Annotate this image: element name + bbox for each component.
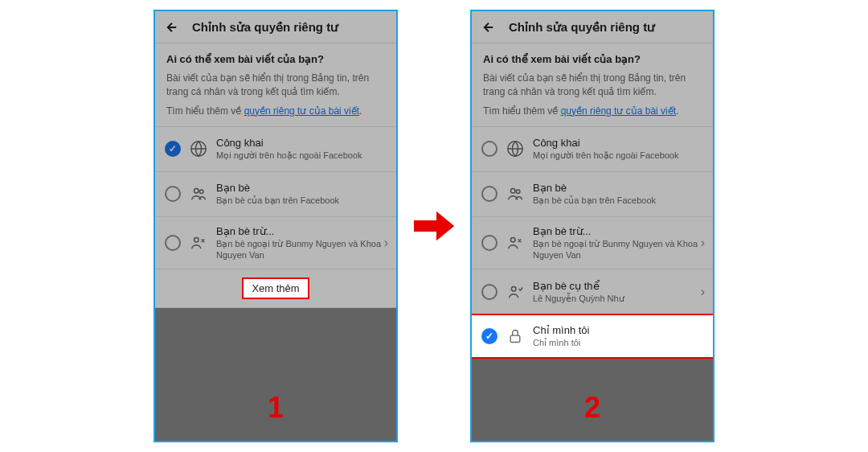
- option-title: Bạn bè: [533, 182, 703, 194]
- option-friends[interactable]: Bạn bè Bạn bè của bạn trên Facebook: [472, 171, 713, 216]
- option-sub: Mọi người trên hoặc ngoài Facebook: [533, 150, 703, 161]
- question-title: Ai có thể xem bài viết của bạn?: [166, 53, 385, 65]
- step-number: 1: [268, 391, 284, 425]
- learn-more: Tìm hiểu thêm về quyền riêng tư của bài …: [166, 105, 385, 117]
- svg-point-3: [194, 237, 199, 242]
- option-title: Công khai: [216, 137, 387, 149]
- option-sub: Bạn bè ngoại trừ Bunmy Nguyen và Khoa Ng…: [533, 238, 703, 261]
- option-specific-friends[interactable]: Bạn bè cụ thể Lê Nguyễn Quỳnh Như ›: [472, 269, 713, 314]
- option-friends-except[interactable]: Bạn bè trừ... Bạn bè ngoại trừ Bunmy Ngu…: [472, 216, 713, 269]
- svg-point-8: [511, 286, 516, 291]
- svg-point-2: [199, 190, 203, 194]
- svg-point-7: [511, 237, 516, 242]
- option-title: Bạn bè cụ thể: [533, 280, 703, 292]
- question-desc: Bài viết của bạn sẽ hiển thị trong Bảng …: [166, 72, 385, 99]
- option-sub: Lê Nguyễn Quỳnh Như: [533, 293, 703, 304]
- back-icon[interactable]: [165, 20, 179, 35]
- question-desc: Bài viết của bạn sẽ hiển thị trong Bảng …: [483, 72, 702, 99]
- radio-icon: [165, 186, 181, 202]
- radio-icon: [481, 186, 497, 202]
- question-title: Ai có thể xem bài viết của bạn?: [483, 53, 702, 65]
- radio-icon: [165, 235, 181, 251]
- option-sub: Bạn bè ngoại trừ Bunmy Nguyen và Khoa Ng…: [216, 238, 387, 261]
- option-title: Chỉ mình tôi: [533, 324, 703, 336]
- header-title: Chỉnh sửa quyền riêng tư: [192, 20, 338, 35]
- header: Chỉnh sửa quyền riêng tư: [472, 11, 713, 43]
- privacy-link[interactable]: quyền riêng tư của bài viết: [244, 105, 359, 117]
- option-title: Bạn bè: [216, 182, 387, 194]
- option-title: Bạn bè trừ...: [533, 225, 703, 237]
- phone-step-2: Chỉnh sửa quyền riêng tư Ai có thể xem b…: [470, 10, 714, 442]
- arrow-icon: [412, 208, 456, 244]
- chevron-right-icon: ›: [701, 236, 705, 250]
- friends-icon: [189, 184, 208, 203]
- friends-icon: [506, 184, 525, 203]
- learn-more: Tìm hiểu thêm về quyền riêng tư của bài …: [483, 105, 702, 117]
- radio-checked-icon: [481, 328, 497, 344]
- chevron-right-icon: ›: [384, 236, 388, 250]
- option-only-me[interactable]: Chỉ mình tôi Chỉ mình tôi: [472, 314, 713, 359]
- see-more-button[interactable]: Xem thêm: [242, 277, 309, 299]
- header: Chỉnh sửa quyền riêng tư: [155, 11, 396, 43]
- option-public[interactable]: Công khai Mọi người trên hoặc ngoài Face…: [472, 126, 713, 171]
- radio-icon: [481, 235, 497, 251]
- radio-checked-icon: [165, 141, 181, 157]
- phone-step-1: Chỉnh sửa quyền riêng tư Ai có thể xem b…: [154, 10, 398, 442]
- svg-rect-9: [510, 335, 520, 342]
- option-title: Bạn bè trừ...: [216, 225, 387, 237]
- option-sub: Mọi người trên hoặc ngoài Facebook: [216, 150, 387, 161]
- question-section: Ai có thể xem bài viết của bạn? Bài viết…: [155, 43, 396, 126]
- see-more-row: Xem thêm: [155, 269, 396, 308]
- back-icon[interactable]: [481, 20, 496, 35]
- specific-friends-icon: [506, 282, 525, 302]
- friends-except-icon: [189, 233, 208, 253]
- option-sub: Chỉ mình tôi: [533, 337, 703, 348]
- step-number: 2: [584, 391, 600, 425]
- option-sub: Bạn bè của bạn trên Facebook: [216, 195, 387, 206]
- option-public[interactable]: Công khai Mọi người trên hoặc ngoài Face…: [155, 126, 396, 171]
- lock-icon: [506, 327, 525, 346]
- svg-point-6: [516, 190, 520, 194]
- question-section: Ai có thể xem bài viết của bạn? Bài viết…: [472, 43, 713, 126]
- option-sub: Bạn bè của bạn trên Facebook: [533, 195, 703, 206]
- header-title: Chỉnh sửa quyền riêng tư: [509, 20, 655, 35]
- svg-point-5: [511, 189, 516, 194]
- radio-icon: [481, 141, 497, 157]
- option-title: Công khai: [533, 137, 703, 149]
- friends-except-icon: [506, 233, 525, 253]
- globe-icon: [189, 139, 208, 158]
- chevron-right-icon: ›: [701, 285, 705, 299]
- option-friends-except[interactable]: Bạn bè trừ... Bạn bè ngoại trừ Bunmy Ngu…: [155, 216, 396, 269]
- radio-icon: [481, 284, 497, 300]
- globe-icon: [506, 139, 525, 158]
- privacy-link[interactable]: quyền riêng tư của bài viết: [561, 105, 676, 117]
- option-friends[interactable]: Bạn bè Bạn bè của bạn trên Facebook: [155, 171, 396, 216]
- svg-point-1: [194, 189, 199, 194]
